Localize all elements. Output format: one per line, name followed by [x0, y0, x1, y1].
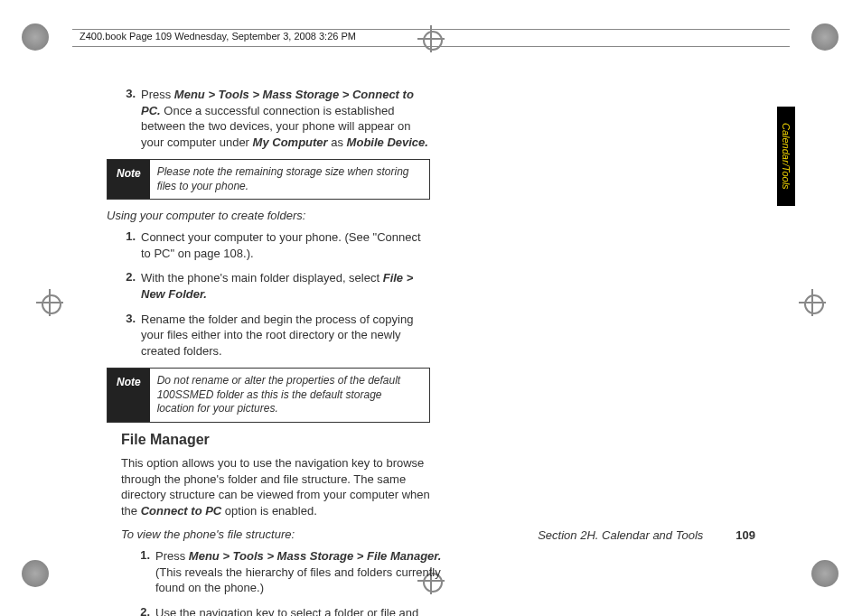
- section-heading: File Manager: [121, 432, 445, 448]
- step-item: 2. With the phone's main folder displaye…: [107, 270, 430, 302]
- step-item: 1. Press Menu > Tools > Mass Storage > F…: [121, 548, 445, 596]
- text: With the phone's main folder displayed, …: [141, 271, 383, 285]
- page-footer: Section 2H. Calendar and Tools 109: [107, 528, 766, 542]
- text: Press: [141, 88, 174, 101]
- step-body: Use the navigation key to select a folde…: [150, 605, 445, 616]
- step-item: 2. Use the navigation key to select a fo…: [121, 605, 445, 616]
- note-label: Note: [108, 160, 150, 199]
- step-body: With the phone's main folder displayed, …: [136, 270, 430, 302]
- note-box: Note Do not rename or alter the properti…: [107, 368, 430, 423]
- column-right: File Manager This option allows you to u…: [121, 432, 445, 616]
- sub-heading: Using your computer to create folders:: [107, 209, 430, 222]
- section-tab: Calendar/Tools: [777, 107, 795, 206]
- crop-ornament-icon: [22, 23, 49, 51]
- step-number: 1.: [107, 229, 136, 261]
- crop-ornament-icon: [811, 560, 839, 587]
- note-body: Do not rename or alter the properties of…: [150, 369, 429, 422]
- step-number: 3.: [107, 312, 136, 359]
- crop-ornament-icon: [22, 560, 49, 587]
- note-label: Note: [108, 369, 150, 422]
- step-number: 1.: [121, 548, 150, 596]
- step-body: Press Menu > Tools > Mass Storage > Conn…: [136, 87, 430, 150]
- text: option is enabled.: [221, 504, 317, 518]
- term: My Computer: [253, 135, 328, 149]
- step-body: Rename the folder and begin the process …: [136, 312, 430, 359]
- crop-ornament-icon: [811, 23, 839, 51]
- step-number: 2.: [107, 270, 136, 302]
- page-body: 3. Press Menu > Tools > Mass Storage > C…: [107, 87, 766, 565]
- note-body: Please note the remaining storage size w…: [150, 160, 429, 199]
- text: (This reveals the hierarchy of files and…: [155, 565, 441, 595]
- page-number: 109: [736, 528, 755, 542]
- menu-path: Menu > Tools > Mass Storage > File Manag…: [189, 549, 441, 563]
- step-item: 1. Connect your computer to your phone. …: [107, 229, 430, 261]
- footer-section: Section 2H. Calendar and Tools: [538, 528, 703, 542]
- text: as: [328, 135, 347, 149]
- note-box: Note Please note the remaining storage s…: [107, 159, 430, 200]
- registration-mark-icon: [36, 289, 63, 316]
- term: Connect to PC: [141, 504, 222, 518]
- step-item: 3. Press Menu > Tools > Mass Storage > C…: [107, 87, 430, 150]
- intro-paragraph: This option allows you to use the naviga…: [121, 455, 445, 518]
- step-body: Connect your computer to your phone. (Se…: [136, 229, 430, 261]
- term: Mobile Device.: [347, 135, 428, 149]
- step-number: 3.: [107, 87, 136, 150]
- step-item: 3. Rename the folder and begin the proce…: [107, 312, 430, 359]
- registration-mark-icon: [799, 289, 826, 316]
- text: Use the navigation key to select a folde…: [155, 606, 418, 616]
- column-left: 3. Press Menu > Tools > Mass Storage > C…: [107, 87, 430, 432]
- step-body: Press Menu > Tools > Mass Storage > File…: [150, 548, 445, 596]
- header-text: Z400.book Page 109 Wednesday, September …: [80, 31, 356, 42]
- text: Press: [155, 549, 189, 563]
- step-number: 2.: [121, 605, 150, 616]
